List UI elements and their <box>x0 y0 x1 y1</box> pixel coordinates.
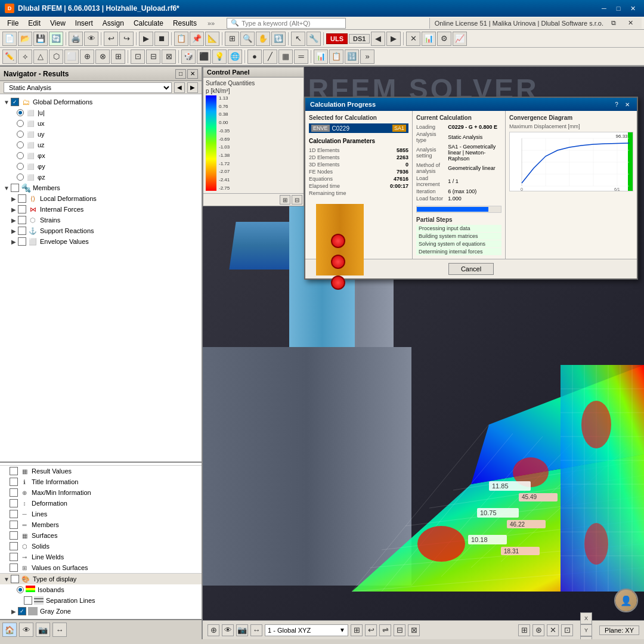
run-button[interactable]: ▶ <box>139 32 153 46</box>
result-btn2[interactable]: 📋 <box>329 49 343 64</box>
new-button[interactable]: 📄 <box>2 32 17 46</box>
radio-phix[interactable] <box>17 152 24 159</box>
tool-r2[interactable]: ⊛ <box>532 624 544 636</box>
check-envelope[interactable] <box>18 237 26 246</box>
nav-prev-button[interactable]: ◀ <box>174 82 185 93</box>
tree-strains[interactable]: ▶ ⬡ Strains <box>0 215 202 225</box>
nav3-btn[interactable]: ⇌ <box>379 624 391 636</box>
copy-button[interactable]: 📋 <box>174 32 188 46</box>
tree-global-deformations[interactable]: ▼ ✓ 🗂 Global Deformations <box>0 97 202 107</box>
tree-maxmin-info[interactable]: ⊕ Max/Min Information <box>0 487 202 498</box>
check-internal[interactable] <box>18 205 26 213</box>
expand-global-def[interactable]: ▼ <box>2 98 11 106</box>
check-local-def[interactable] <box>18 194 26 203</box>
menu-calculate[interactable]: Calculate <box>129 18 168 29</box>
nav4-btn[interactable]: ⊟ <box>394 624 405 636</box>
prev-ds-button[interactable]: ◀ <box>371 32 385 46</box>
pan-button[interactable]: ✋ <box>256 32 270 46</box>
cancel-button[interactable]: Cancel <box>448 263 494 275</box>
tree-separation-lines[interactable]: Separation Lines <box>0 595 202 606</box>
snap1-button[interactable]: ⊡ <box>131 49 145 64</box>
tree-type-display[interactable]: ▼ 🎨 Type of display <box>0 573 202 584</box>
tool-r3[interactable]: ✕ <box>547 624 559 636</box>
window-controls[interactable]: ─ □ ✕ <box>597 3 639 14</box>
print-button[interactable]: 🖨️ <box>69 32 83 46</box>
calc-dialog-help[interactable]: ? <box>612 100 621 109</box>
check-solids[interactable] <box>10 542 18 550</box>
tree-phix[interactable]: ⬜ φx <box>0 150 202 161</box>
tree-u-abs[interactable]: ⬜ |u| <box>0 107 202 118</box>
viewport[interactable]: RFEM SOLVER <box>203 67 644 639</box>
eye-icon[interactable]: 👁 <box>222 624 234 636</box>
check-values-surfaces[interactable] <box>10 564 18 572</box>
more2-button[interactable]: ⚙ <box>437 32 451 46</box>
preview-button[interactable]: 👁 <box>84 32 98 46</box>
tree-surfaces[interactable]: ▦ Surfaces <box>0 530 202 541</box>
result-btn1[interactable]: 📊 <box>314 49 328 64</box>
menu-insert[interactable]: Insert <box>70 18 98 29</box>
search-bar[interactable]: 🔍 <box>227 18 346 29</box>
check-members-disp[interactable] <box>10 521 18 529</box>
tree-deformation[interactable]: ↕ Deformation <box>0 498 202 509</box>
surface-btn2[interactable]: ▦ <box>278 49 293 64</box>
menu-file[interactable]: File <box>2 18 23 29</box>
check-lines[interactable] <box>10 510 18 518</box>
radio-ux[interactable] <box>17 120 24 127</box>
nav1-btn[interactable]: ⊞ <box>351 624 363 636</box>
draw3-button[interactable]: △ <box>33 49 48 64</box>
tree-members[interactable]: ▼ 🔩 Members <box>0 182 202 193</box>
extra-button[interactable]: » <box>360 49 374 64</box>
radio-u-abs[interactable] <box>17 109 24 116</box>
cp-expand-btn[interactable]: ⊞ <box>280 195 290 205</box>
check-global-def[interactable]: ✓ <box>11 98 19 106</box>
member-btn2[interactable]: ═ <box>294 49 308 64</box>
calc-dialog-close[interactable]: ✕ <box>623 100 632 109</box>
draw5-button[interactable]: ⬜ <box>64 49 79 64</box>
tree-values-surfaces[interactable]: ⊞ Values on Surfaces <box>0 562 202 573</box>
tree-lines[interactable]: ─ Lines <box>0 509 202 519</box>
tree-local-deformations[interactable]: ▶ ⟨⟩ Local Deformations <box>0 193 202 204</box>
render1-button[interactable]: 💡 <box>212 49 227 64</box>
radio-phiy[interactable] <box>17 163 24 170</box>
draw8-button[interactable]: ⊞ <box>111 49 125 64</box>
cp-shrink-btn[interactable]: ⊟ <box>292 195 302 205</box>
more3-button[interactable]: 📈 <box>453 32 467 46</box>
arrow-icon[interactable]: ↔ <box>250 624 262 636</box>
check-type-display[interactable] <box>11 575 19 583</box>
stop-button[interactable]: ⏹ <box>154 32 169 46</box>
tree-support-reactions[interactable]: ▶ ⚓ Support Reactions <box>0 225 202 236</box>
nav-icon2[interactable]: 👁 <box>19 623 33 637</box>
axis-y[interactable]: Y <box>580 624 592 636</box>
coord-icon[interactable]: ⊕ <box>208 624 219 636</box>
check-separation-lines[interactable] <box>24 596 32 605</box>
settings-button[interactable]: ✕ <box>406 32 420 46</box>
rotate-button[interactable]: 🔃 <box>271 32 286 46</box>
expand-envelope[interactable]: ▶ <box>10 237 18 246</box>
menu-edit[interactable]: Edit <box>23 18 45 29</box>
check-title-info[interactable] <box>10 478 18 486</box>
check-deformation[interactable] <box>10 499 18 507</box>
zoom-button[interactable]: 🔍 <box>240 32 255 46</box>
expand-type-display[interactable]: ▼ <box>2 575 11 583</box>
radio-isobands[interactable] <box>17 586 24 593</box>
check-line-welds[interactable] <box>10 553 18 561</box>
nav-restore-button[interactable]: □ <box>175 69 186 79</box>
nav-next-button[interactable]: ▶ <box>187 82 198 93</box>
tree-internal-forces[interactable]: ▶ ⋈ Internal Forces <box>0 204 202 215</box>
measure-button[interactable]: 📐 <box>205 32 219 46</box>
tree-isobands[interactable]: Isobands <box>0 584 202 595</box>
nav-close-button[interactable]: ✕ <box>187 69 198 79</box>
minimize-button[interactable]: ─ <box>597 3 611 14</box>
save-button[interactable]: 💾 <box>33 32 48 46</box>
expand-internal[interactable]: ▶ <box>10 205 18 213</box>
check-members[interactable] <box>11 184 19 192</box>
open-button[interactable]: 📂 <box>18 32 32 46</box>
close-button[interactable]: ✕ <box>626 3 639 14</box>
render2-button[interactable]: 🌐 <box>228 49 242 64</box>
select-button[interactable]: ↖ <box>291 32 305 46</box>
axis-x[interactable]: X <box>580 612 592 624</box>
expand-gray-zone[interactable]: ▶ <box>10 607 18 615</box>
snap2-button[interactable]: ⊟ <box>146 49 160 64</box>
check-support[interactable] <box>18 227 26 235</box>
tool-r1[interactable]: ⊞ <box>518 624 530 636</box>
